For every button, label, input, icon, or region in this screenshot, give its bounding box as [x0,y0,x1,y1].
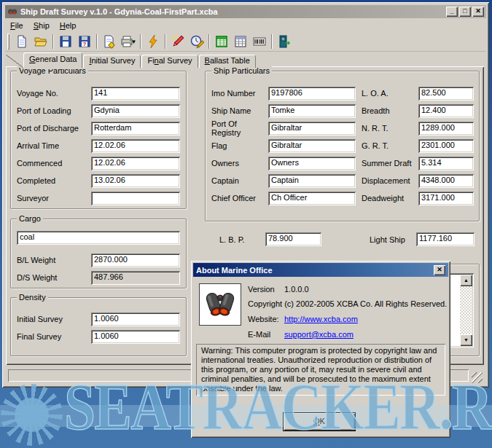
open-folder-icon [34,34,48,49]
light-ship-label: Light Ship [370,235,405,244]
scroll-down-button[interactable]: ▼ [460,334,472,346]
dialog-title: About Marine Office [196,266,432,275]
table-icon [233,34,248,49]
flag-label: Flag [211,141,268,150]
website-link[interactable]: http://www.xcba.com [284,315,358,323]
surveyor-field[interactable] [91,192,180,205]
menu-ship[interactable]: Ship [28,20,55,31]
flag-field[interactable]: Gibraltar [268,139,356,153]
new-document-button[interactable] [12,33,31,50]
pencil-wand-icon [171,34,185,49]
completed-field[interactable]: 13.02.06 [91,174,180,188]
calculate-button[interactable] [144,33,163,50]
voyage-particulars-group: Voyage Particulars Voyage No.141 Port of… [10,71,187,209]
time-calc-button[interactable] [187,33,206,50]
tab-final-survey[interactable]: Final Survey [141,55,198,68]
deadweight-field[interactable]: 3171.000 [418,192,474,205]
menu-file[interactable]: File [5,20,28,31]
light-ship-field[interactable]: 1177.160 [416,232,475,246]
open-file-button[interactable] [31,33,50,50]
lbp-label: L. B. P. [219,235,245,244]
group-title: Cargo [17,214,43,223]
print-button[interactable]: ▼ [119,33,138,50]
cargo-commodity-field[interactable]: coal [17,231,180,245]
print-dropdown-icon[interactable]: ▼ [131,39,138,45]
toolbar-gripper[interactable] [7,34,9,50]
port-of-discharge-label: Port of Discharge [17,124,91,133]
summer-draft-field[interactable]: 5.314 [418,157,474,170]
minimize-button[interactable]: _ [446,7,458,17]
export-report-icon [102,34,117,49]
barcode-icon [252,34,267,49]
tab-initial-survey[interactable]: Initial Survey [83,55,141,68]
dialog-title-bar: About Marine Office ✕ [193,263,448,277]
owners-field[interactable]: Owners [268,157,356,170]
bl-weight-field[interactable]: 2870.000 [91,254,180,267]
website-label: Website: [248,315,279,323]
surveyor-label: Surveyor [17,194,91,203]
draft-wand-button[interactable] [168,33,187,50]
exit-button[interactable] [275,33,294,50]
close-button[interactable]: ✕ [472,7,484,17]
ok-button[interactable]: OK [283,412,356,431]
breadth-field[interactable]: 12.400 [418,104,474,118]
email-link[interactable]: support@xcba.com [284,330,354,339]
save-button[interactable] [56,33,75,50]
nrt-field[interactable]: 1289.000 [418,122,474,135]
new-document-icon [15,34,29,49]
spreadsheet-button[interactable] [212,33,231,50]
ship-particulars-group: Ship Particulars Imo Number9197806L. O. … [205,71,480,221]
voyage-no-field[interactable]: 141 [91,87,180,101]
loa-label: L. O. A. [362,89,418,98]
displacement-field[interactable]: 4348.000 [418,174,474,188]
commenced-label: Commenced [17,159,91,168]
clock-pencil-icon [190,34,204,49]
displacement-label: Displacement [362,176,418,185]
arrival-time-label: Arrival Time [17,141,91,150]
captain-label: Captain [211,176,268,185]
grt-field[interactable]: 2301.000 [418,139,474,153]
maximize-button[interactable]: □ [459,7,471,17]
tab-general-data[interactable]: General Data [23,52,82,68]
initial-density-label: Initial Survey [17,315,91,323]
port-of-loading-field[interactable]: Gdynia [91,104,180,118]
initial-density-field[interactable]: 1.0060 [91,313,180,326]
scroll-up-button[interactable]: ▲ [460,275,472,286]
tab-ballast-table[interactable]: Ballast Table [199,55,256,68]
imo-number-field[interactable]: 9197806 [268,87,356,101]
toolbar-separator [140,34,141,49]
port-of-loading-label: Port of Loading [17,106,91,115]
final-density-field[interactable]: 1.0060 [91,330,180,344]
toolbar-separator [165,34,166,49]
tab-bar: General Data Initial Survey Final Survey… [6,53,257,68]
window-title: Ship Draft Survey v.1.0 - Gdynia-Coal-Fi… [20,7,445,16]
bl-weight-label: B/L Weight [17,256,91,264]
menu-help[interactable]: Help [55,20,82,31]
svg-text:?: ? [83,41,87,47]
cargo-group: Cargo coal B/L Weight2870.000 D/S Weight… [10,219,187,288]
toolbar-separator [208,34,210,49]
chief-officer-field[interactable]: Ch Officer [268,192,356,205]
app-binoculars-icon [7,7,17,17]
resize-grip-icon[interactable] [472,372,483,383]
commenced-field[interactable]: 12.02.06 [91,157,180,170]
port-of-registry-field[interactable]: Gibraltar [268,122,356,135]
lightning-icon [146,34,160,49]
tab-lead-slant [6,55,23,68]
ds-weight-field: 487.966 [91,271,180,285]
voyage-no-label: Voyage No. [17,89,91,98]
toolbar-separator [271,34,273,49]
barcode-button[interactable] [250,33,269,50]
port-of-discharge-field[interactable]: Rotterdam [91,122,180,135]
ship-name-field[interactable]: Tomke [268,104,356,118]
captain-field[interactable]: Captain [268,174,356,188]
loa-field[interactable]: 82.500 [418,87,474,101]
save-as-button[interactable]: ? [75,33,94,50]
dialog-close-button[interactable]: ✕ [434,265,445,275]
vertical-scrollbar[interactable]: ▲ ▼ [460,275,472,346]
arrival-time-field[interactable]: 12.02.06 [91,139,180,153]
table-button[interactable] [231,33,250,50]
export-report-button[interactable] [100,33,119,50]
lbp-field[interactable]: 78.900 [265,232,321,246]
imo-number-label: Imo Number [211,89,268,98]
